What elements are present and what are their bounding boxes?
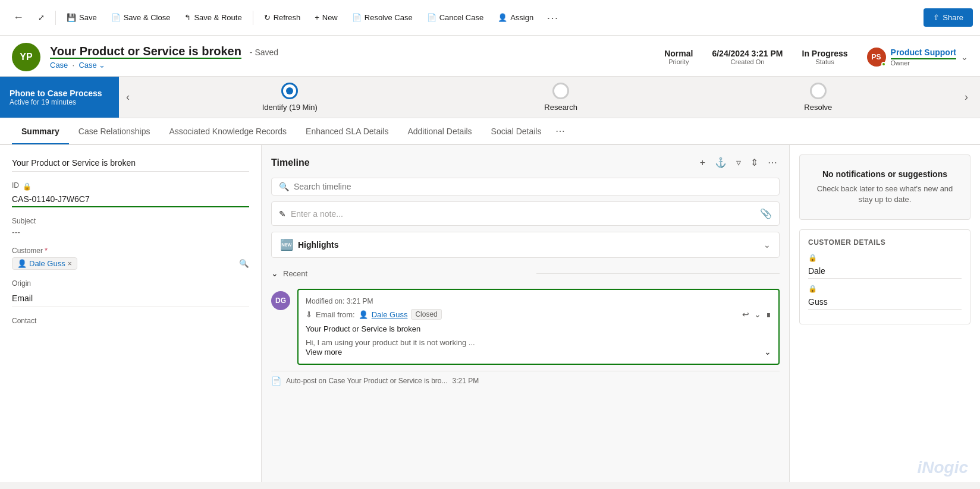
customer-chip-icon: 👤 [17,259,27,268]
popout-button[interactable]: ⤢ [32,10,51,26]
subject-label: Subject [12,217,249,225]
timeline-bookmark-button[interactable]: ⚓ [712,154,729,171]
save-route-button[interactable]: ↰ Save & Route [178,10,247,26]
timeline-card: Modified on: 3:21 PM ⇩ Email from: 👤 Dal… [297,289,780,365]
person-icon: 👤 [359,310,368,319]
view-more-chevron-icon: ⌄ [764,347,771,357]
highlights-icon: 🆕 [280,238,293,251]
record-title: Your Product or Service is broken [50,45,241,59]
new-icon: + [315,13,319,22]
note-entry: ✎ Enter a note... 📎 [271,201,780,226]
resolve-icon: 📄 [352,13,362,22]
step-label-resolve: Resolve [804,103,832,112]
step-circle-identify[interactable] [281,83,298,99]
note-placeholder[interactable]: Enter a note... [291,209,755,219]
timeline-add-button[interactable]: + [698,155,708,171]
recent-header[interactable]: ⌄ Recent [271,264,780,283]
process-prev-button[interactable]: ‹ [119,77,137,118]
customer-first-name-value: Dale [808,264,962,279]
owner-section: PS Product Support Owner ⌄ [867,48,968,67]
share-icon: ⇧ [933,13,940,22]
email-from-name[interactable]: Dale Guss [372,310,408,319]
id-field: ID 🔒 CAS-01140-J7W6C7 [12,181,249,207]
timeline-filter-button[interactable]: ▿ [734,154,743,171]
tab-more-button[interactable]: ⋯ [551,118,570,144]
process-step-research: Research [544,83,577,112]
timeline-sort-button[interactable]: ⇕ [748,154,761,171]
refresh-icon: ↻ [264,13,271,22]
auto-post-text: Auto-post on Case Your Product or Servic… [286,377,447,385]
customer-search-button[interactable]: 🔍 [239,259,249,268]
created-label: Created On [712,58,783,65]
toolbar-separator-2 [253,11,253,25]
view-more-row[interactable]: View more ⌄ [306,347,771,357]
assign-button[interactable]: 👤 Assign [492,10,539,26]
status-meta: In Progress Status [802,49,848,65]
auto-post-time: 3:21 PM [452,377,479,385]
breadcrumb-case2[interactable]: Case [78,61,96,70]
record-header: YP Your Product or Service is broken - S… [0,36,980,77]
status-label: Status [802,58,848,65]
timeline-search-icon: 🔍 [279,182,289,191]
step-circle-research[interactable] [552,83,569,99]
owner-chevron-button[interactable]: ⌄ [961,52,968,62]
email-body-line2: Hi, I am using your product but it is no… [306,338,771,347]
customer-last-name-field: 🔒 Guss [808,285,962,310]
subject-field: Subject --- [12,217,249,237]
breadcrumb-case1[interactable]: Case [50,61,68,70]
process-bar: Phone to Case Process Active for 19 minu… [0,77,980,118]
customer-details-title: CUSTOMER DETAILS [808,238,962,247]
tab-social-details[interactable]: Social Details [482,119,551,144]
timeline-header: Timeline + ⚓ ▿ ⇕ ⋯ [271,154,780,171]
case-title-field: Your Product or Service is broken [12,154,249,172]
tabs-bar: Summary Case Relationships Associated Kn… [0,118,980,145]
breadcrumb-chevron-icon[interactable]: ⌄ [99,61,105,70]
email-from-row: ⇩ Email from: 👤 Dale Guss Closed ↩ ⌄ ∎ [306,309,771,320]
notifications-box: No notifications or suggestions Check ba… [799,154,970,220]
popout-icon: ⤢ [38,13,45,22]
reply-button[interactable]: ↩ [742,310,749,319]
resolve-case-button[interactable]: 📄 Resolve Case [346,10,419,26]
recent-divider [536,273,780,274]
timeline-item: DG Modified on: 3:21 PM ⇩ Email from: 👤 … [271,289,780,365]
right-panel: No notifications or suggestions Check ba… [790,145,980,482]
cancel-case-button[interactable]: 📄 Cancel Case [421,10,489,26]
share-button[interactable]: ⇧ Share [924,8,973,27]
refresh-button[interactable]: ↻ Refresh [258,10,307,26]
timeline-more-button[interactable]: ⋯ [765,154,780,171]
expand-button[interactable]: ⌄ [754,310,761,319]
customer-remove-button[interactable]: × [68,260,72,268]
highlights-header[interactable]: 🆕 Highlights ⌄ [272,232,779,257]
download-icon: ⇩ [306,310,312,319]
save-close-icon: 📄 [111,13,121,22]
tab-case-relationships[interactable]: Case Relationships [69,119,160,144]
back-button[interactable]: ← [7,8,30,27]
process-stage-label: Phone to Case Process Active for 19 minu… [0,77,119,118]
recent-section: ⌄ Recent [271,264,780,283]
main-content: Your Product or Service is broken ID 🔒 C… [0,145,980,482]
owner-name[interactable]: Product Support [891,48,956,57]
owner-online-dot [881,62,886,67]
process-next-button[interactable]: › [957,77,975,118]
recent-label: Recent [283,269,527,278]
step-circle-resolve[interactable] [810,83,827,99]
timeline-title: Timeline [271,157,698,168]
tab-knowledge-records[interactable]: Associated Knowledge Records [159,119,296,144]
save-close-button[interactable]: 📄 Save & Close [105,10,177,26]
timeline-search-input[interactable] [294,182,772,191]
tab-additional-details[interactable]: Additional Details [398,119,481,144]
tab-summary[interactable]: Summary [12,119,69,144]
highlights-chevron-icon: ⌄ [764,240,771,250]
save-button[interactable]: 💾 Save [61,10,103,26]
more-button[interactable]: ⋯ [542,8,563,27]
step-label-research: Research [544,103,577,112]
new-button[interactable]: + New [309,10,344,26]
tab-sla-details[interactable]: Enhanced SLA Details [296,119,398,144]
attach-icon: 📎 [760,208,772,219]
subject-value[interactable]: --- [12,228,249,237]
email-body-line1: Your Product or Service is broken [306,324,771,333]
email-more-button[interactable]: ∎ [766,310,771,319]
customer-chip[interactable]: 👤 Dale Guss × [12,257,77,270]
record-saved: - Saved [250,48,278,57]
save-route-icon: ↰ [184,13,191,22]
